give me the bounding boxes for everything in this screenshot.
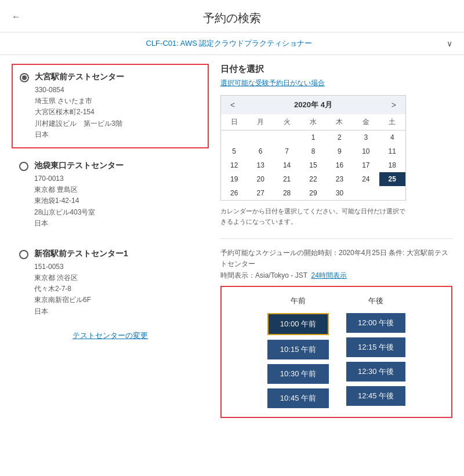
calendar-day[interactable]: 29 — [300, 186, 326, 200]
calendar-day[interactable]: 2 — [327, 130, 353, 145]
time-slot-button[interactable]: 12:15 午後 — [346, 337, 405, 357]
am-column: 午前 10:00 午前10:15 午前10:30 午前10:45 午前 — [267, 296, 329, 408]
page-title: 予約の検索 — [203, 12, 261, 24]
time-slot-button[interactable]: 10:15 午前 — [267, 340, 329, 359]
calendar-header: < 2020年 4月 > — [221, 96, 405, 114]
calendar-day — [274, 130, 300, 145]
weekday-header: 水 — [300, 114, 326, 130]
pm-header: 午後 — [368, 296, 383, 306]
time-slot-button[interactable]: 10:00 午前 — [267, 313, 329, 335]
calendar-day[interactable]: 8 — [300, 144, 326, 158]
schedule-time-prefix: 時間表示：Asia/Tokyo - JST — [220, 271, 307, 279]
calendar-day[interactable]: 4 — [379, 130, 405, 145]
location-item-ikebukuro[interactable]: 池袋東口テストセンター 170-0013 東京都 豊島区 東池袋1-42-14 … — [12, 153, 209, 237]
calendar-day[interactable]: 3 — [353, 130, 379, 145]
weekday-header: 土 — [379, 114, 405, 130]
no-date-link[interactable]: 選択可能な受験予約日がない場合 — [220, 78, 452, 88]
exam-name: CLF-C01: AWS 認定クラウドプラクティショナー — [12, 38, 447, 49]
radio-shinjuku[interactable] — [19, 250, 28, 259]
radio-ikebukuro[interactable] — [19, 162, 28, 171]
calendar-day[interactable]: 6 — [247, 144, 273, 158]
am-header: 午前 — [291, 296, 306, 306]
weekday-header: 木 — [327, 114, 353, 130]
calendar-day[interactable]: 7 — [274, 144, 300, 158]
calendar-day[interactable]: 26 — [221, 186, 247, 200]
calendar-day[interactable]: 16 — [327, 158, 353, 172]
location-item-omiya[interactable]: 大宮駅前テストセンター 330-0854 埼玉県 さいたま市 大宮区桜木町2-1… — [12, 64, 209, 148]
calendar-day[interactable]: 13 — [247, 158, 273, 172]
calendar-day[interactable]: 28 — [274, 186, 300, 200]
back-button[interactable]: ← — [12, 12, 21, 22]
calendar-month: 2020年 4月 — [294, 100, 332, 110]
weekday-header: 火 — [274, 114, 300, 130]
time-slot-button[interactable]: 10:30 午前 — [267, 364, 329, 384]
calendar-day — [221, 130, 247, 145]
location-address-omiya: 330-0854 埼玉県 さいたま市 大宮区桜木町2-154 川村建設ビル 第一… — [35, 85, 124, 140]
location-item-shinjuku[interactable]: 新宿駅前テストセンター1 151-0053 東京都 渋谷区 代々木2-7-8 東… — [12, 241, 209, 325]
page-header: ← 予約の検索 — [0, 0, 464, 32]
calendar-day[interactable]: 10 — [353, 144, 379, 158]
calendar-day[interactable]: 1 — [300, 130, 326, 145]
time-columns: 午前 10:00 午前10:15 午前10:30 午前10:45 午前 午後 1… — [230, 296, 443, 408]
chevron-down-icon: ∨ — [447, 39, 452, 48]
time-format-link[interactable]: 24時間表示 — [311, 271, 346, 279]
calendar-day[interactable]: 25 — [379, 172, 405, 186]
calendar-table: 日月火水木金土 12345678910111213141516171819202… — [221, 114, 405, 200]
location-address-ikebukuro: 170-0013 東京都 豊島区 東池袋1-42-14 28山京ビル403号室 … — [34, 173, 124, 229]
change-center-link[interactable]: テストセンターの変更 — [12, 330, 209, 341]
right-panel: 日付を選択 選択可能な受験予約日がない場合 < 2020年 4月 > 日月火水木… — [220, 64, 452, 418]
calendar-day[interactable]: 17 — [353, 158, 379, 172]
radio-omiya[interactable] — [20, 73, 29, 82]
calendar-day[interactable]: 24 — [353, 172, 379, 186]
time-grid: 午前 10:00 午前10:15 午前10:30 午前10:45 午前 午後 1… — [220, 286, 452, 418]
time-slot-button[interactable]: 12:45 午後 — [346, 386, 405, 406]
location-name-shinjuku: 新宿駅前テストセンター1 — [34, 249, 128, 259]
schedule-info-line1: 予約可能なスケジュールの開始時刻：2020年4月25日 条件: 大宮駅前テストセ… — [220, 249, 448, 268]
calendar-day[interactable]: 23 — [327, 172, 353, 186]
calendar-day[interactable]: 15 — [300, 158, 326, 172]
calendar-day[interactable]: 22 — [300, 172, 326, 186]
calendar-day[interactable]: 12 — [221, 158, 247, 172]
location-name-omiya: 大宮駅前テストセンター — [35, 72, 124, 82]
time-slot-button[interactable]: 12:30 午後 — [346, 362, 405, 381]
date-section: 日付を選択 選択可能な受験予約日がない場合 < 2020年 4月 > 日月火水木… — [220, 64, 452, 227]
cal-prev-button[interactable]: < — [227, 99, 238, 111]
calendar-day[interactable]: 21 — [274, 172, 300, 186]
time-slot-button[interactable]: 10:45 午前 — [267, 388, 329, 408]
location-name-ikebukuro: 池袋東口テストセンター — [34, 161, 124, 171]
calendar-day[interactable]: 14 — [274, 158, 300, 172]
calendar-day — [247, 130, 273, 145]
calendar-note: カレンダーから日付を選択してください。可能な日付だけ選択できるようになっています… — [220, 206, 406, 227]
calendar: < 2020年 4月 > 日月火水木金土 1234567891011121314… — [220, 95, 406, 201]
cal-next-button[interactable]: > — [388, 99, 400, 111]
schedule-info: 予約可能なスケジュールの開始時刻：2020年4月25日 条件: 大宮駅前テストセ… — [220, 248, 452, 281]
calendar-day[interactable]: 20 — [247, 172, 273, 186]
calendar-day[interactable]: 5 — [221, 144, 247, 158]
calendar-day[interactable]: 18 — [379, 158, 405, 172]
calendar-day[interactable]: 19 — [221, 172, 247, 186]
weekday-header: 日 — [221, 114, 247, 130]
time-slot-button[interactable]: 12:00 午後 — [346, 313, 405, 333]
date-section-title: 日付を選択 — [220, 64, 452, 75]
pm-column: 午後 12:00 午後12:15 午後12:30 午後12:45 午後 — [346, 296, 405, 408]
calendar-day[interactable]: 30 — [327, 186, 353, 200]
schedule-section: 予約可能なスケジュールの開始時刻：2020年4月25日 条件: 大宮駅前テストセ… — [220, 238, 452, 418]
calendar-day — [379, 186, 405, 200]
main-content: 大宮駅前テストセンター 330-0854 埼玉県 さいたま市 大宮区桜木町2-1… — [0, 55, 464, 427]
calendar-day[interactable]: 27 — [247, 186, 273, 200]
left-panel: 大宮駅前テストセンター 330-0854 埼玉県 さいたま市 大宮区桜木町2-1… — [12, 64, 209, 418]
weekday-header: 月 — [247, 114, 273, 130]
calendar-day — [353, 186, 379, 200]
exam-selector[interactable]: CLF-C01: AWS 認定クラウドプラクティショナー ∨ — [0, 32, 464, 55]
weekday-header: 金 — [353, 114, 379, 130]
calendar-day[interactable]: 9 — [327, 144, 353, 158]
location-address-shinjuku: 151-0053 東京都 渋谷区 代々木2-7-8 東京南新宿ビル6F 日本 — [34, 261, 128, 317]
calendar-day[interactable]: 11 — [379, 144, 405, 158]
